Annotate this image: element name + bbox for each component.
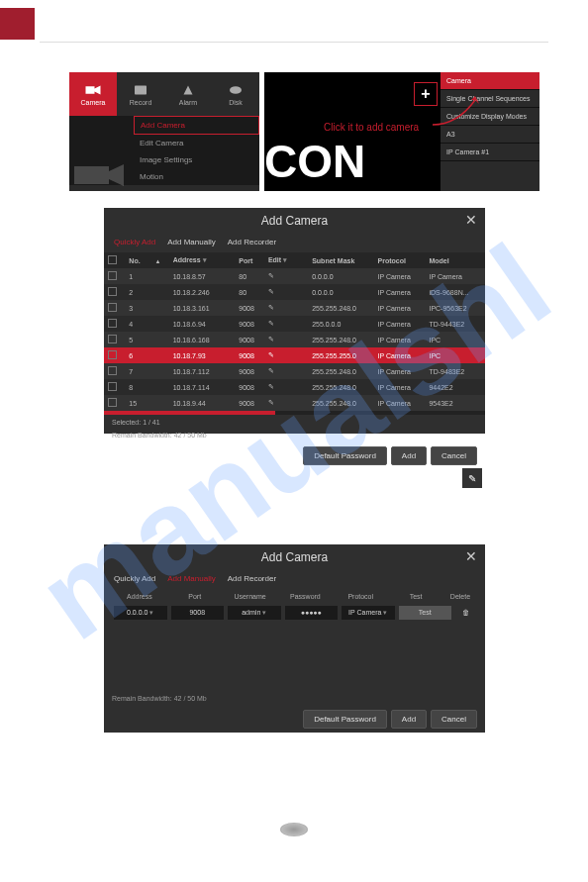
edit-icon-block[interactable]: ✎ (462, 468, 482, 488)
table-row[interactable]: 310.18.3.1619008✎255.255.248.0IP CameraI… (104, 300, 485, 316)
default-password-button[interactable]: Default Password (303, 446, 387, 465)
hdr-delete: Delete (445, 593, 475, 600)
tab-add-manually[interactable]: Add Manually (167, 238, 215, 246)
protocol-select[interactable]: IP Camera (342, 606, 395, 620)
row-checkbox[interactable] (108, 287, 117, 296)
menu-add-camera[interactable]: Add Camera (134, 116, 259, 135)
edit-icon[interactable]: ✎ (264, 300, 298, 316)
table-row[interactable]: 810.18.7.1149008✎255.255.248.0IP Camera9… (104, 379, 485, 395)
username-input[interactable]: admin (228, 606, 281, 620)
default-password-button[interactable]: Default Password (303, 710, 387, 729)
cell-model: 9442E2 (425, 379, 485, 395)
cell-mask: 0.0.0.0 (308, 268, 373, 284)
ctx-item-camera[interactable]: Camera (441, 72, 539, 90)
camera-ghost-icon (69, 156, 129, 191)
col-no[interactable]: No. (125, 252, 148, 268)
edit-icon[interactable]: ✎ (264, 268, 298, 284)
header-divider (40, 42, 548, 43)
hdr-username: Username (225, 593, 276, 600)
tab-quickly-add[interactable]: Quickly Add (114, 238, 155, 246)
tab-quickly-add[interactable]: Quickly Add (114, 574, 155, 583)
edit-icon[interactable]: ✎ (264, 395, 298, 411)
menu-motion[interactable]: Motion (134, 168, 259, 185)
row-checkbox[interactable] (108, 366, 117, 375)
address-input[interactable]: 0.0.0.0 (114, 606, 167, 620)
menu-edit-camera[interactable]: Edit Camera (134, 135, 259, 151)
edit-icon[interactable]: ✎ (264, 379, 298, 395)
menu-image-settings[interactable]: Image Settings (134, 151, 259, 168)
col-edit[interactable]: Edit (264, 252, 298, 268)
edit-icon[interactable]: ✎ (264, 316, 298, 332)
sort-indicator[interactable] (149, 252, 169, 268)
table-row[interactable]: 110.18.8.5780✎0.0.0.0IP CameraIP Camera (104, 268, 485, 284)
row-checkbox[interactable] (108, 271, 117, 280)
cell-port: 9008 (235, 316, 264, 332)
cell-model: 9543E2 (425, 395, 485, 411)
test-button[interactable]: Test (399, 606, 452, 620)
col-port[interactable]: Port (235, 252, 264, 268)
col-check[interactable] (104, 252, 125, 268)
cell-no: 8 (125, 379, 148, 395)
scrollbar-track[interactable] (104, 411, 485, 415)
port-input[interactable]: 9008 (171, 606, 225, 620)
menu-camera[interactable]: Camera (69, 72, 117, 116)
cell-protocol: IP Camera (373, 395, 425, 411)
camera-icon (84, 83, 102, 97)
row-checkbox[interactable] (108, 398, 117, 407)
cell-address: 10.18.6.168 (169, 332, 226, 347)
tab-add-manually[interactable]: Add Manually (167, 574, 215, 583)
col-protocol[interactable]: Protocol (373, 252, 425, 268)
cell-protocol: IP Camera (373, 332, 425, 347)
col-address[interactable]: Address (169, 252, 226, 268)
table-row[interactable]: 710.18.7.1129008✎255.255.248.0IP CameraT… (104, 363, 485, 379)
selected-count: Selected: 1 / 41 (104, 417, 485, 428)
dialog-title: Add Camera ✕ (104, 544, 485, 570)
close-icon[interactable]: ✕ (465, 548, 477, 564)
table-row[interactable]: 410.18.6.949008✎255.0.0.0IP CameraTD-944… (104, 316, 485, 332)
dialog-tabs: Quickly Add Add Manually Add Recorder (104, 570, 485, 589)
dialog-tabs: Quickly Add Add Manually Add Recorder (104, 234, 485, 252)
row-checkbox[interactable] (108, 382, 117, 391)
cell-model: TD-9483E2 (425, 363, 485, 379)
table-row[interactable]: 610.18.7.939008✎255.255.255.0IP CameraIP… (104, 347, 485, 363)
row-checkbox[interactable] (108, 319, 117, 328)
row-checkbox[interactable] (108, 335, 117, 343)
tab-add-recorder[interactable]: Add Recorder (228, 574, 276, 583)
delete-icon[interactable]: 🗑 (455, 606, 475, 620)
cell-port: 9008 (235, 332, 264, 347)
cell-port: 9008 (235, 347, 264, 363)
edit-icon[interactable]: ✎ (264, 363, 298, 379)
cell-address: 10.18.2.246 (169, 284, 226, 300)
row-checkbox[interactable] (108, 303, 117, 312)
menu-disk[interactable]: Disk (212, 72, 259, 116)
table-row[interactable]: 1510.18.9.449008✎255.255.248.0IP Camera9… (104, 395, 485, 411)
cell-protocol: IP Camera (373, 268, 425, 284)
hdr-port: Port (169, 593, 221, 600)
close-icon[interactable]: ✕ (465, 212, 477, 228)
add-button[interactable]: Add (391, 710, 427, 729)
col-model[interactable]: Model (425, 252, 485, 268)
cell-address: 10.18.7.114 (169, 379, 226, 395)
cell-model: IPC-9563E2 (425, 300, 485, 316)
table-row[interactable]: 210.18.2.24680✎0.0.0.0IP CameraiDS-9688N… (104, 284, 485, 300)
edit-icon[interactable]: ✎ (264, 347, 298, 363)
table-row[interactable]: 510.18.6.1689008✎255.255.248.0IP CameraI… (104, 332, 485, 347)
cell-protocol: IP Camera (373, 300, 425, 316)
cancel-button[interactable]: Cancel (431, 446, 477, 465)
cell-no: 2 (125, 284, 148, 300)
edit-icon[interactable]: ✎ (264, 284, 298, 300)
password-input[interactable]: ●●●●● (285, 606, 339, 620)
add-button[interactable]: Add (391, 446, 427, 465)
ctx-item-ipcam[interactable]: IP Camera #1 (441, 144, 539, 161)
cell-model: IPC (425, 332, 485, 347)
menu-record[interactable]: Record (117, 72, 164, 116)
col-subnet[interactable]: Subnet Mask (308, 252, 373, 268)
tab-add-recorder[interactable]: Add Recorder (228, 238, 276, 246)
scrollbar-thumb[interactable] (104, 411, 275, 415)
menu-alarm[interactable]: Alarm (164, 72, 212, 116)
add-camera-plus[interactable]: + (414, 82, 438, 106)
edit-icon[interactable]: ✎ (264, 332, 298, 347)
svg-rect-0 (135, 85, 147, 94)
cancel-button[interactable]: Cancel (431, 710, 477, 729)
row-checkbox[interactable] (108, 350, 117, 359)
